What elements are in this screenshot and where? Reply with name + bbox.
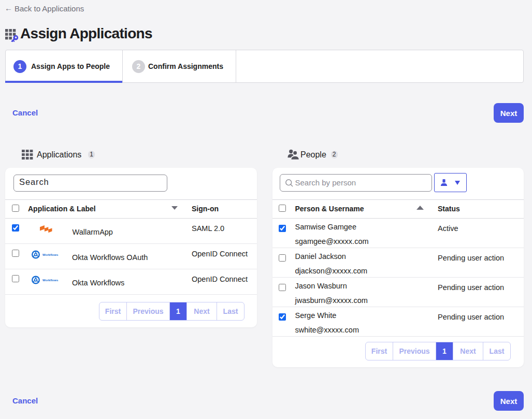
svg-text:Workflows: Workflows [42,253,59,256]
svg-text:Workflows: Workflows [42,279,59,282]
